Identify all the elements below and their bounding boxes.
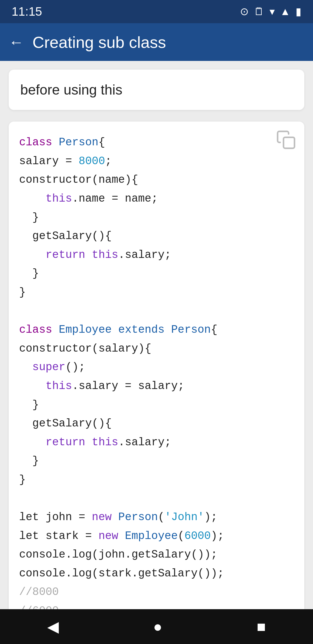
back-button[interactable]: ← [9,35,24,50]
app-bar: ← Creating sub class [0,23,313,61]
page-title: Creating sub class [32,33,166,52]
status-bar: 11:15 ⊙ 🗒 ▾ ▲ ▮ [0,0,313,23]
copy-button[interactable] [276,130,296,151]
bottom-nav: ◀ ● ■ [0,609,313,644]
wifi-icon: ▾ [270,6,275,18]
nav-home-button[interactable]: ● [153,618,162,635]
intro-text-card: before using this [9,70,304,110]
main-content: before using this class Person{ salary =… [0,61,313,609]
status-icons: ⊙ 🗒 ▾ ▲ ▮ [240,6,301,18]
nav-recent-button[interactable]: ■ [257,618,266,635]
svg-rect-0 [283,137,294,148]
intro-text: before using this [20,82,122,97]
signal-icon: ▲ [280,6,290,18]
code-card: class Person{ salary = 8000; constructor… [9,122,304,609]
notification-icon: ⊙ [240,6,249,18]
status-time: 11:15 [12,5,42,19]
sim-icon: 🗒 [254,6,264,18]
code-block: class Person{ salary = 8000; constructor… [19,133,294,609]
nav-back-button[interactable]: ◀ [47,618,59,635]
battery-icon: ▮ [296,6,301,18]
